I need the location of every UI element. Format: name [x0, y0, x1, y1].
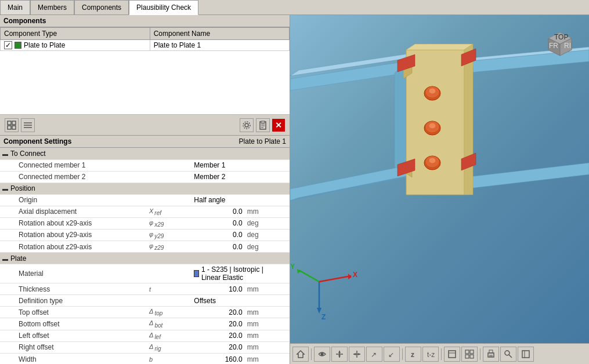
- close-button[interactable]: ✕: [272, 119, 285, 132]
- toolbar-btn-1[interactable]: [5, 118, 19, 132]
- view-btn-7[interactable]: [444, 347, 460, 362]
- prop-label: Rotation about y29-axis: [16, 229, 147, 241]
- empty-area: [0, 51, 290, 115]
- tab-components[interactable]: Components: [74, 0, 129, 14]
- prop-label: Rotation about x29-axis: [16, 217, 147, 229]
- view-btn-3[interactable]: [331, 347, 348, 362]
- prop-symbol: φx29: [147, 217, 191, 229]
- prop-label: Origin: [16, 194, 147, 206]
- svg-point-30: [429, 88, 436, 94]
- svg-text:X: X: [353, 271, 357, 279]
- table-row: Thickness t 10.0 mm: [0, 283, 290, 295]
- view-toolbar: ↗ ↙ z t-z: [290, 343, 589, 364]
- prop-label: Connected member 2: [16, 171, 147, 183]
- tab-plausibility[interactable]: Plausibility Check: [129, 0, 198, 15]
- prop-value: 10.0: [191, 283, 244, 295]
- scroll-space: [273, 194, 290, 206]
- scroll-space: [273, 330, 290, 341]
- view-btn-8[interactable]: [461, 347, 478, 362]
- svg-point-57: [321, 352, 324, 355]
- row-checkbox[interactable]: ✓: [4, 41, 12, 49]
- props-container[interactable]: ▬ To Connect Connected member 1 Member 1: [0, 148, 290, 364]
- view-btn-4[interactable]: [349, 347, 365, 362]
- indent: [0, 307, 16, 318]
- view-btn-z[interactable]: z: [405, 347, 421, 362]
- view-btn-2[interactable]: [314, 347, 330, 362]
- prop-symbol: Xref: [147, 206, 191, 217]
- svg-line-44: [299, 270, 319, 282]
- settings-component-name: Plate to Plate 1: [239, 137, 286, 145]
- svg-text:RI: RI: [564, 42, 571, 50]
- scroll-space: [273, 241, 290, 253]
- settings-header: Component Settings Plate to Plate 1: [0, 136, 290, 148]
- view-btn-print[interactable]: [483, 347, 499, 362]
- tab-bar: Main Members Components Plausibility Che…: [0, 0, 589, 15]
- scroll-space: [273, 307, 290, 318]
- prop-unit: mm: [245, 283, 273, 295]
- prop-symbol: φz29: [147, 241, 191, 253]
- prop-value: 0.0: [191, 241, 244, 253]
- svg-line-81: [509, 355, 512, 358]
- left-panel: Components Component Type Component Name…: [0, 15, 290, 364]
- name-cell: Plate to Plate 1: [150, 40, 289, 51]
- tab-members[interactable]: Members: [30, 0, 74, 14]
- prop-unit: mm: [245, 330, 273, 341]
- prop-label: Rotation about z29-axis: [16, 241, 147, 253]
- material-cell: 1 - S235 | Isotropic | Linear Elastic: [191, 264, 273, 283]
- collapse-icon-to-connect: ▬: [2, 151, 8, 157]
- indent: [0, 330, 16, 341]
- view-sep-2: [402, 348, 403, 360]
- svg-text:FR: FR: [549, 42, 558, 50]
- svg-text:↙: ↙: [388, 351, 394, 359]
- svg-marker-16: [290, 166, 406, 201]
- prop-unit: mm: [245, 341, 273, 353]
- prop-symbol: t: [147, 283, 191, 295]
- prop-unit: deg: [245, 217, 273, 229]
- tab-main[interactable]: Main: [0, 0, 30, 14]
- toolbar-btn-4[interactable]: [256, 118, 270, 132]
- prop-value: 0.0: [191, 206, 244, 217]
- table-row[interactable]: ✓ Plate to Plate Plate to Plate 1: [1, 40, 290, 51]
- prop-unit: mm: [245, 206, 273, 217]
- prop-label: Definition type: [16, 295, 147, 307]
- view-btn-6[interactable]: ↙: [384, 347, 400, 362]
- svg-rect-2: [8, 126, 11, 129]
- prop-value: 20.0: [191, 341, 244, 353]
- col-header-name: Component Name: [150, 28, 289, 40]
- indent: [0, 354, 16, 365]
- view-btn-home[interactable]: [292, 347, 309, 362]
- indent: [0, 241, 16, 253]
- group-position[interactable]: ▬ Position: [0, 183, 290, 194]
- toolbar-btn-3[interactable]: [240, 118, 254, 132]
- svg-rect-0: [8, 121, 11, 125]
- view-sep-1: [311, 348, 312, 360]
- prop-symbol: Δbot: [147, 318, 191, 330]
- table-row: Axial displacement Xref 0.0 mm: [0, 206, 290, 217]
- prop-label: Top offset: [16, 307, 147, 318]
- view-cube[interactable]: TOP FR RI: [543, 27, 577, 61]
- indent: [0, 341, 16, 353]
- svg-rect-75: [470, 355, 474, 358]
- view-btn-t[interactable]: t-z: [422, 347, 439, 362]
- type-cell: ✓ Plate to Plate: [1, 40, 150, 51]
- view-btn-last[interactable]: [518, 347, 534, 362]
- prop-value: Offsets: [191, 295, 273, 307]
- prop-label: Width: [16, 354, 147, 365]
- svg-marker-25: [464, 44, 473, 195]
- prop-unit: mm: [245, 307, 273, 318]
- toolbar-btn-2[interactable]: [21, 118, 35, 132]
- table-row: Rotation about x29-axis φx29 0.0 deg: [0, 217, 290, 229]
- table-row: Rotation about y29-axis φy29 0.0 deg: [0, 229, 290, 241]
- scroll-space: [273, 295, 290, 307]
- table-row: Bottom offset Δbot 20.0 mm: [0, 318, 290, 330]
- group-plate[interactable]: ▬ Plate: [0, 253, 290, 264]
- scroll-space: [273, 206, 290, 217]
- props-table: ▬ To Connect Connected member 1 Member 1: [0, 148, 290, 364]
- view-btn-5[interactable]: ↗: [366, 347, 382, 362]
- svg-rect-70: [449, 351, 456, 358]
- view-btn-search[interactable]: [500, 347, 516, 362]
- view-sep-3: [441, 348, 442, 360]
- group-to-connect[interactable]: ▬ To Connect: [0, 148, 290, 159]
- indent: [0, 295, 16, 307]
- indent: [0, 264, 16, 283]
